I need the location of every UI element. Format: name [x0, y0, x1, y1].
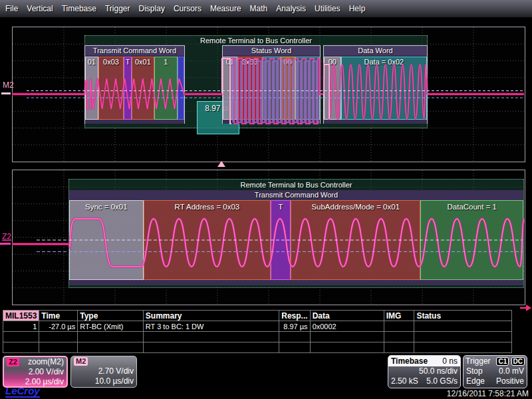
waveform-panel-m2[interactable]: Remote Terminal to Bus Controller Transm…: [12, 27, 525, 162]
cell-img[interactable]: [384, 321, 414, 332]
word-title: Transmit Command Word: [85, 46, 184, 57]
trace-indicator-m2: [1, 92, 11, 94]
table-row-empty: [3, 342, 512, 353]
menu-item-trigger[interactable]: Trigger: [105, 4, 130, 13]
cell-status[interactable]: [414, 321, 512, 332]
menu-item-measure[interactable]: Measure: [210, 4, 241, 13]
m2-vdiv: 2.70 V/div: [71, 366, 136, 376]
word-box-status: Status Word 01 0x03 00: [222, 45, 321, 124]
col-resp: Resp...: [279, 311, 310, 321]
m2-tdiv: 10.0 µs/div: [71, 376, 136, 386]
field-tr-bit: T: [124, 57, 132, 120]
field-datacount: DataCount = 1: [420, 200, 523, 280]
word-box-data: Data Word 00 Data = 0x02: [323, 45, 428, 124]
field-sync: 01: [85, 57, 98, 120]
field-data-value: Data = 0x02: [341, 57, 427, 120]
menu-bar: File Vertical Timebase Trigger Display C…: [0, 0, 532, 18]
word-title: Status Word: [223, 46, 320, 57]
col-summary: Summary: [143, 311, 279, 321]
trigger-mode: Stop: [466, 366, 483, 376]
lecroy-logo: LeCroy: [5, 386, 40, 398]
trace-indicator-z2: [0, 243, 11, 245]
col-img: IMG: [384, 311, 414, 321]
col-type: Type: [78, 311, 144, 321]
decode-result-table: MIL1553 Time Type Summary Resp... Data I…: [3, 310, 512, 353]
bus-title: Remote Terminal to Bus Controller: [69, 180, 523, 190]
timebase-title: Timebase: [391, 356, 428, 366]
trigger-coupling-chip: DC: [511, 357, 525, 366]
trace-label-m2[interactable]: M2: [3, 80, 14, 90]
field-datacount: 1: [154, 57, 178, 120]
timebase-rate: 5.0 GS/s: [426, 376, 458, 386]
trigger-descriptor[interactable]: Trigger C1 DC Stop 0.0 mV Edge Positive: [463, 355, 527, 388]
field-rt-address: 0x03: [237, 57, 263, 120]
col-data: Data: [310, 311, 384, 321]
trace-label-z2[interactable]: Z2: [2, 232, 11, 241]
zoom-position-marker[interactable]: [217, 161, 225, 167]
cell-resp[interactable]: 8.97 µs: [279, 321, 310, 332]
cell-index[interactable]: 1: [3, 321, 39, 332]
word-box-transmit-command: Transmit Command Word 01 0x03 T 0x01 1: [84, 45, 185, 124]
field-status-bits: [263, 57, 281, 120]
menu-item-timebase[interactable]: Timebase: [62, 4, 96, 13]
trigger-slope: Positive: [496, 376, 524, 386]
oscilloscope-screen: File Vertical Timebase Trigger Display C…: [0, 0, 532, 399]
menu-item-help[interactable]: Help: [349, 4, 366, 13]
field-status-bits: [295, 57, 320, 120]
col-time: Time: [39, 311, 78, 321]
menu-item-display[interactable]: Display: [139, 4, 165, 13]
waveform-panel-z2[interactable]: Remote Terminal to Bus Controller Transm…: [12, 170, 525, 305]
bus-title: Remote Terminal to Bus Controller: [85, 36, 427, 46]
word-title: Transmit Command Word: [69, 190, 523, 200]
word-title: Data Word: [324, 46, 427, 57]
col-status: Status: [414, 311, 512, 321]
timebase-tdiv: 50.0 ns/div: [388, 366, 460, 376]
z2-vdiv: 2.00 V/div: [4, 367, 66, 377]
trace-descriptor-m2[interactable]: M2 2.70 V/div 10.0 µs/div: [70, 356, 137, 388]
field-sync: 00: [324, 57, 341, 120]
field-subaddress-mode: SubAddress/Mode = 0x01: [291, 200, 420, 280]
field-status-code: 00: [281, 57, 295, 120]
field-rt-address: RT Address = 0x03: [144, 200, 271, 280]
scroll-arrow-icon[interactable]: [519, 303, 532, 313]
menu-item-cursors[interactable]: Cursors: [174, 4, 201, 13]
field-sync: 01: [223, 57, 237, 120]
timebase-descriptor[interactable]: Timebase 0 ns 50.0 ns/div 2.50 kS 5.0 GS…: [388, 355, 461, 388]
field-subaddress: 0x01: [132, 57, 154, 120]
trigger-level: 0.0 mV: [499, 366, 524, 376]
menu-item-math[interactable]: Math: [250, 4, 268, 13]
z2-chip: Z2: [7, 358, 19, 366]
trace-descriptor-z2[interactable]: Z2 zoom(M2) 2.00 V/div 2.00 µs/div: [3, 356, 68, 388]
trigger-type: Edge: [466, 376, 485, 386]
field-tr-bit: T: [271, 200, 291, 280]
timebase-samples: 2.50 kS: [391, 376, 418, 386]
table-row-empty: [3, 332, 512, 342]
trigger-title: Trigger: [466, 356, 491, 366]
z2-source: zoom(M2): [28, 357, 64, 367]
table-header-row: MIL1553 Time Type Summary Resp... Data I…: [3, 311, 512, 321]
cell-time[interactable]: -27.0 µs: [39, 321, 78, 332]
cell-type[interactable]: RT-BC (Xmit): [78, 321, 144, 332]
timebase-offset: 0 ns: [442, 356, 458, 366]
cell-data[interactable]: 0x0002: [310, 321, 384, 332]
field-sync: Sync = 0x01: [69, 200, 144, 280]
menu-item-analysis[interactable]: Analysis: [276, 4, 306, 13]
menu-item-vertical[interactable]: Vertical: [27, 4, 53, 13]
field-rt-address: 0x03: [98, 57, 124, 120]
datetime-display: 12/16/2011 7:58:21 AM: [447, 389, 529, 398]
menu-item-utilities[interactable]: Utilities: [315, 4, 340, 13]
trigger-source-chip: C1: [496, 357, 509, 366]
menu-item-file[interactable]: File: [5, 4, 18, 13]
mil1553-decode-overlay: Remote Terminal to Bus Controller Transm…: [68, 179, 524, 288]
m2-chip: M2: [74, 357, 88, 366]
bus-protocol-badge[interactable]: MIL1553: [3, 311, 39, 321]
table-row[interactable]: 1 -27.0 µs RT-BC (Xmit) RT 3 to BC: 1 DW…: [3, 321, 512, 332]
field-parity: [178, 57, 184, 120]
cell-summary[interactable]: RT 3 to BC: 1 DW: [143, 321, 279, 332]
